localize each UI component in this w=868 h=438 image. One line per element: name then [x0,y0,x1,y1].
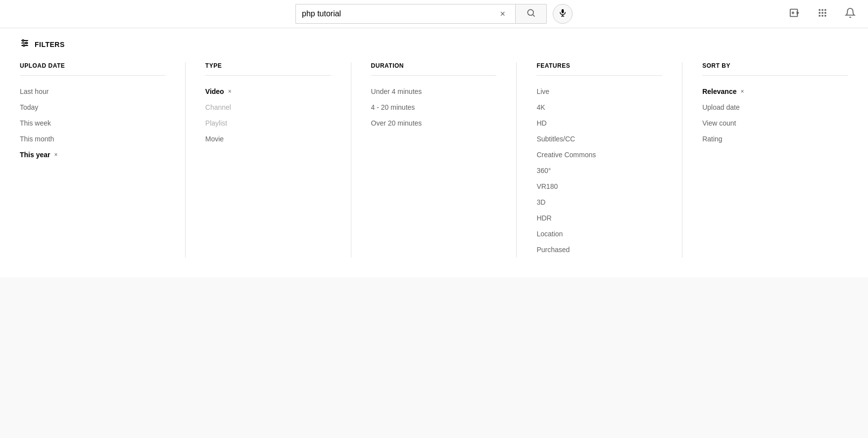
svg-rect-14 [824,12,826,13]
header: × [0,0,868,28]
filter-column-upload-date: UPLOAD DATELast hourTodayThis weekThis m… [20,62,186,258]
filter-column-type: TYPEVideo×ChannelPlaylistMovie [186,62,351,258]
svg-rect-12 [819,12,820,13]
filter-label-type-2: Playlist [205,119,227,127]
svg-line-1 [533,14,535,16]
header-icons [785,4,860,24]
filter-item-duration-2[interactable]: Over 20 minutes [371,115,497,131]
filter-item-features-4[interactable]: Creative Commons [536,147,662,163]
filter-item-type-1: Channel [205,99,331,115]
filter-label-features-3: Subtitles/CC [536,135,575,143]
filter-item-features-7[interactable]: 3D [536,194,662,210]
column-header-features: FEATURES [536,62,662,76]
search-button[interactable] [515,4,547,24]
notifications-button[interactable] [840,4,860,24]
filter-item-upload-date-1[interactable]: Today [20,99,165,115]
search-input[interactable] [302,9,496,18]
svg-point-22 [26,42,27,44]
filter-label-features-10: Purchased [536,246,570,254]
filter-label-type-3: Movie [205,135,224,143]
filters-panel: FILTERS UPLOAD DATELast hourTodayThis we… [0,28,868,277]
search-box: × [295,4,515,24]
filter-item-features-5[interactable]: 360° [536,163,662,178]
filter-label-duration-1: 4 - 20 minutes [371,103,415,111]
filter-item-sort-by-2[interactable]: View count [702,115,848,131]
svg-point-23 [23,44,25,46]
notifications-icon [845,7,856,21]
filters-header: FILTERS [20,38,848,50]
filter-label-upload-date-3: This month [20,135,54,143]
mic-icon [558,8,567,20]
filter-item-features-8[interactable]: HDR [536,210,662,226]
svg-rect-2 [562,9,564,13]
filter-item-sort-by-3[interactable]: Rating [702,131,848,147]
filter-item-features-0[interactable]: Live [536,84,662,99]
apps-icon [818,8,827,20]
column-header-sort-by: SORT BY [702,62,848,76]
filter-item-features-10[interactable]: Purchased [536,242,662,258]
filter-item-features-1[interactable]: 4K [536,99,662,115]
filter-item-upload-date-3[interactable]: This month [20,131,165,147]
filter-label-sort-by-0: Relevance [702,88,736,95]
filter-item-features-9[interactable]: Location [536,226,662,242]
column-header-upload-date: UPLOAD DATE [20,62,165,76]
filter-label-sort-by-3: Rating [702,135,722,143]
filter-remove-sort-by-0[interactable]: × [740,88,744,95]
close-icon: × [500,9,505,19]
filter-label-features-0: Live [536,88,549,95]
create-video-icon [789,7,800,21]
svg-rect-16 [821,15,823,16]
filter-item-features-3[interactable]: Subtitles/CC [536,131,662,147]
filter-label-upload-date-2: This week [20,119,51,127]
svg-rect-15 [819,15,820,16]
filter-label-features-2: HD [536,119,546,127]
filter-label-features-1: 4K [536,103,545,111]
filter-label-features-5: 360° [536,167,551,175]
filter-label-type-0: Video [205,88,224,95]
mic-button[interactable] [553,4,573,24]
filter-item-type-0[interactable]: Video× [205,84,331,99]
filter-label-upload-date-0: Last hour [20,88,48,95]
filter-item-sort-by-1[interactable]: Upload date [702,99,848,115]
filter-item-duration-0[interactable]: Under 4 minutes [371,84,497,99]
filter-label-features-4: Creative Commons [536,151,596,159]
filter-label-duration-0: Under 4 minutes [371,88,422,95]
filter-label-features-6: VR180 [536,182,558,190]
filter-column-features: FEATURESLive4KHDSubtitles/CCCreative Com… [517,62,682,258]
filter-item-upload-date-2[interactable]: This week [20,115,165,131]
filter-label-features-8: HDR [536,214,551,222]
column-header-duration: DURATION [371,62,497,76]
filter-label-features-9: Location [536,230,563,238]
search-container: × [295,4,573,24]
filter-item-upload-date-0[interactable]: Last hour [20,84,165,99]
filter-column-sort-by: SORT BYRelevance×Upload dateView countRa… [682,62,848,258]
filter-label-upload-date-1: Today [20,103,38,111]
filter-column-duration: DURATIONUnder 4 minutes4 - 20 minutesOve… [351,62,517,258]
filter-remove-type-0[interactable]: × [228,88,232,95]
svg-point-0 [528,9,533,15]
filter-item-type-2: Playlist [205,115,331,131]
filter-label-sort-by-1: Upload date [702,103,740,111]
filter-item-features-2[interactable]: HD [536,115,662,131]
svg-point-21 [22,40,24,41]
apps-button[interactable] [813,4,832,24]
filter-item-upload-date-4[interactable]: This year× [20,147,165,163]
svg-rect-17 [824,15,826,16]
filter-remove-upload-date-4[interactable]: × [54,151,57,158]
filter-item-features-6[interactable]: VR180 [536,178,662,194]
filter-label-duration-2: Over 20 minutes [371,119,422,127]
filter-item-sort-by-0[interactable]: Relevance× [702,84,848,99]
filter-label-type-1: Channel [205,103,231,111]
filters-icon [20,38,30,50]
filter-item-duration-1[interactable]: 4 - 20 minutes [371,99,497,115]
svg-rect-13 [821,12,823,13]
filter-label-sort-by-2: View count [702,119,736,127]
clear-button[interactable]: × [496,9,509,19]
create-video-button[interactable] [785,4,805,24]
filters-title: FILTERS [35,41,65,48]
svg-rect-9 [819,9,820,10]
filter-item-type-3[interactable]: Movie [205,131,331,147]
filter-label-features-7: 3D [536,198,545,206]
search-icon [526,8,536,20]
column-header-type: TYPE [205,62,331,76]
